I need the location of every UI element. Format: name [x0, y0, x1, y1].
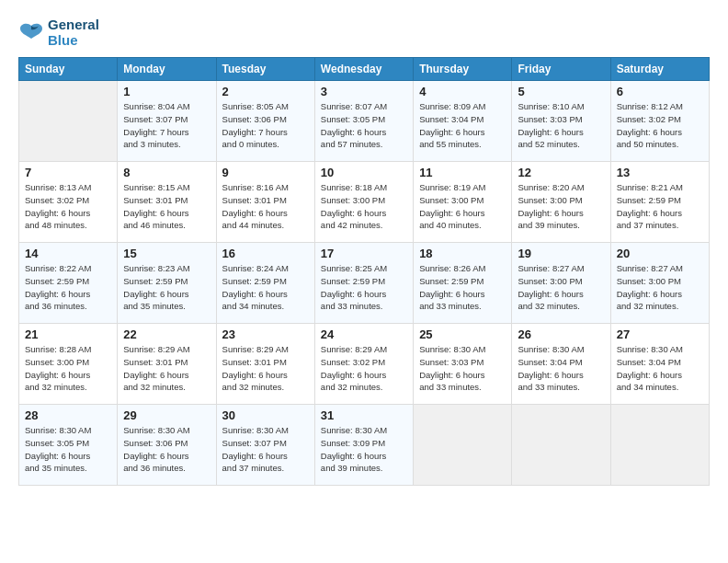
- day-info: Sunrise: 8:04 AM Sunset: 3:07 PM Dayligh…: [123, 100, 210, 151]
- day-info: Sunrise: 8:21 AM Sunset: 2:59 PM Dayligh…: [617, 181, 703, 232]
- calendar-cell: 16Sunrise: 8:24 AM Sunset: 2:59 PM Dayli…: [216, 243, 314, 324]
- day-number: 14: [25, 247, 111, 260]
- calendar-cell: 1Sunrise: 8:04 AM Sunset: 3:07 PM Daylig…: [118, 81, 216, 162]
- day-number: 31: [321, 408, 407, 422]
- day-info: Sunrise: 8:30 AM Sunset: 3:07 PM Dayligh…: [222, 424, 309, 475]
- day-number: 2: [222, 85, 309, 98]
- calendar-week-3: 14Sunrise: 8:22 AM Sunset: 2:59 PM Dayli…: [19, 243, 710, 324]
- calendar-table: SundayMondayTuesdayWednesdayThursdayFrid…: [18, 57, 710, 486]
- day-number: 17: [321, 247, 407, 260]
- day-number: 9: [222, 166, 309, 179]
- calendar-cell: 12Sunrise: 8:20 AM Sunset: 3:00 PM Dayli…: [512, 162, 610, 243]
- day-info: Sunrise: 8:30 AM Sunset: 3:03 PM Dayligh…: [419, 343, 506, 394]
- day-info: Sunrise: 8:23 AM Sunset: 2:59 PM Dayligh…: [123, 262, 210, 313]
- header: General Blue: [18, 17, 710, 48]
- calendar-cell: 5Sunrise: 8:10 AM Sunset: 3:03 PM Daylig…: [512, 81, 610, 162]
- day-info: Sunrise: 8:20 AM Sunset: 3:00 PM Dayligh…: [518, 181, 604, 232]
- calendar-cell: 11Sunrise: 8:19 AM Sunset: 3:00 PM Dayli…: [414, 162, 512, 243]
- calendar-cell: 19Sunrise: 8:27 AM Sunset: 3:00 PM Dayli…: [512, 243, 610, 324]
- calendar-week-1: 1Sunrise: 8:04 AM Sunset: 3:07 PM Daylig…: [19, 81, 710, 162]
- calendar-cell: 27Sunrise: 8:30 AM Sunset: 3:04 PM Dayli…: [610, 324, 709, 405]
- calendar-cell: 25Sunrise: 8:30 AM Sunset: 3:03 PM Dayli…: [414, 324, 512, 405]
- day-info: Sunrise: 8:30 AM Sunset: 3:05 PM Dayligh…: [25, 424, 111, 475]
- day-number: 23: [222, 327, 309, 341]
- calendar-week-4: 21Sunrise: 8:28 AM Sunset: 3:00 PM Dayli…: [19, 324, 710, 405]
- weekday-header-row: SundayMondayTuesdayWednesdayThursdayFrid…: [19, 58, 710, 81]
- day-info: Sunrise: 8:27 AM Sunset: 3:00 PM Dayligh…: [617, 262, 703, 313]
- day-info: Sunrise: 8:29 AM Sunset: 3:01 PM Dayligh…: [222, 343, 309, 394]
- weekday-header-friday: Friday: [512, 58, 610, 81]
- day-number: 24: [321, 327, 407, 341]
- day-number: 27: [617, 327, 703, 341]
- day-info: Sunrise: 8:30 AM Sunset: 3:04 PM Dayligh…: [518, 343, 604, 394]
- day-info: Sunrise: 8:12 AM Sunset: 3:02 PM Dayligh…: [617, 100, 703, 151]
- calendar-cell: 18Sunrise: 8:26 AM Sunset: 2:59 PM Dayli…: [414, 243, 512, 324]
- calendar-cell: 29Sunrise: 8:30 AM Sunset: 3:06 PM Dayli…: [118, 405, 216, 486]
- day-number: 10: [321, 166, 407, 179]
- day-number: 11: [419, 166, 506, 179]
- day-number: 18: [419, 247, 506, 260]
- day-number: 29: [123, 408, 210, 422]
- day-number: 22: [123, 327, 210, 341]
- day-number: 19: [518, 247, 604, 260]
- weekday-header-thursday: Thursday: [414, 58, 512, 81]
- calendar-cell: 9Sunrise: 8:16 AM Sunset: 3:01 PM Daylig…: [216, 162, 314, 243]
- day-info: Sunrise: 8:29 AM Sunset: 3:02 PM Dayligh…: [321, 343, 407, 394]
- day-info: Sunrise: 8:30 AM Sunset: 3:06 PM Dayligh…: [123, 424, 210, 475]
- day-number: 28: [25, 408, 111, 422]
- weekday-header-sunday: Sunday: [19, 58, 118, 81]
- day-number: 16: [222, 247, 309, 260]
- day-info: Sunrise: 8:05 AM Sunset: 3:06 PM Dayligh…: [222, 100, 309, 151]
- calendar-cell: 14Sunrise: 8:22 AM Sunset: 2:59 PM Dayli…: [19, 243, 118, 324]
- calendar-cell: 6Sunrise: 8:12 AM Sunset: 3:02 PM Daylig…: [610, 81, 709, 162]
- calendar-cell: 24Sunrise: 8:29 AM Sunset: 3:02 PM Dayli…: [314, 324, 413, 405]
- day-info: Sunrise: 8:07 AM Sunset: 3:05 PM Dayligh…: [321, 100, 407, 151]
- day-info: Sunrise: 8:09 AM Sunset: 3:04 PM Dayligh…: [419, 100, 506, 151]
- calendar-cell: 8Sunrise: 8:15 AM Sunset: 3:01 PM Daylig…: [118, 162, 216, 243]
- day-info: Sunrise: 8:15 AM Sunset: 3:01 PM Dayligh…: [123, 181, 210, 232]
- day-info: Sunrise: 8:18 AM Sunset: 3:00 PM Dayligh…: [321, 181, 407, 232]
- day-info: Sunrise: 8:24 AM Sunset: 2:59 PM Dayligh…: [222, 262, 309, 313]
- calendar-cell: 4Sunrise: 8:09 AM Sunset: 3:04 PM Daylig…: [414, 81, 512, 162]
- calendar-week-2: 7Sunrise: 8:13 AM Sunset: 3:02 PM Daylig…: [19, 162, 710, 243]
- day-number: 25: [419, 327, 506, 341]
- day-number: 7: [25, 166, 111, 179]
- calendar-body: 1Sunrise: 8:04 AM Sunset: 3:07 PM Daylig…: [19, 81, 710, 486]
- day-number: 1: [123, 85, 210, 98]
- weekday-header-monday: Monday: [118, 58, 216, 81]
- calendar-cell: 23Sunrise: 8:29 AM Sunset: 3:01 PM Dayli…: [216, 324, 314, 405]
- day-info: Sunrise: 8:30 AM Sunset: 3:09 PM Dayligh…: [321, 424, 407, 475]
- day-info: Sunrise: 8:13 AM Sunset: 3:02 PM Dayligh…: [25, 181, 111, 232]
- calendar-cell: 15Sunrise: 8:23 AM Sunset: 2:59 PM Dayli…: [118, 243, 216, 324]
- day-info: Sunrise: 8:27 AM Sunset: 3:00 PM Dayligh…: [518, 262, 604, 313]
- calendar-cell: 20Sunrise: 8:27 AM Sunset: 3:00 PM Dayli…: [610, 243, 709, 324]
- day-info: Sunrise: 8:22 AM Sunset: 2:59 PM Dayligh…: [25, 262, 111, 313]
- calendar-cell: 22Sunrise: 8:29 AM Sunset: 3:01 PM Dayli…: [118, 324, 216, 405]
- weekday-header-tuesday: Tuesday: [216, 58, 314, 81]
- calendar-cell: 30Sunrise: 8:30 AM Sunset: 3:07 PM Dayli…: [216, 405, 314, 486]
- weekday-header-wednesday: Wednesday: [314, 58, 413, 81]
- day-number: 20: [617, 247, 703, 260]
- page: General Blue SundayMondayTuesdayWednesda…: [0, 0, 728, 563]
- calendar-cell: 26Sunrise: 8:30 AM Sunset: 3:04 PM Dayli…: [512, 324, 610, 405]
- calendar-cell: 28Sunrise: 8:30 AM Sunset: 3:05 PM Dayli…: [19, 405, 118, 486]
- day-info: Sunrise: 8:28 AM Sunset: 3:00 PM Dayligh…: [25, 343, 111, 394]
- day-number: 5: [518, 85, 604, 98]
- calendar-cell: 21Sunrise: 8:28 AM Sunset: 3:00 PM Dayli…: [19, 324, 118, 405]
- logo-icon: [18, 22, 44, 42]
- day-number: 15: [123, 247, 210, 260]
- day-number: 21: [25, 327, 111, 341]
- calendar-week-5: 28Sunrise: 8:30 AM Sunset: 3:05 PM Dayli…: [19, 405, 710, 486]
- calendar-cell: 10Sunrise: 8:18 AM Sunset: 3:00 PM Dayli…: [314, 162, 413, 243]
- day-number: 6: [617, 85, 703, 98]
- day-info: Sunrise: 8:16 AM Sunset: 3:01 PM Dayligh…: [222, 181, 309, 232]
- calendar-cell: [414, 405, 512, 486]
- day-info: Sunrise: 8:10 AM Sunset: 3:03 PM Dayligh…: [518, 100, 604, 151]
- calendar-cell: 17Sunrise: 8:25 AM Sunset: 2:59 PM Dayli…: [314, 243, 413, 324]
- weekday-header-saturday: Saturday: [610, 58, 709, 81]
- day-info: Sunrise: 8:25 AM Sunset: 2:59 PM Dayligh…: [321, 262, 407, 313]
- day-number: 30: [222, 408, 309, 422]
- calendar-cell: 3Sunrise: 8:07 AM Sunset: 3:05 PM Daylig…: [314, 81, 413, 162]
- day-info: Sunrise: 8:30 AM Sunset: 3:04 PM Dayligh…: [617, 343, 703, 394]
- calendar-cell: 13Sunrise: 8:21 AM Sunset: 2:59 PM Dayli…: [610, 162, 709, 243]
